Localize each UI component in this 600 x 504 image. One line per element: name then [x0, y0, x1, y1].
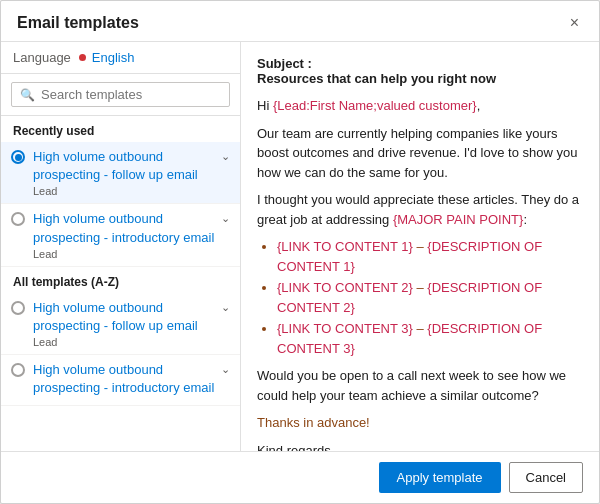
template-name-3: High volume outbound prospecting - follo… — [33, 299, 221, 335]
email-body: Hi {Lead:First Name;valued customer}, Ou… — [257, 96, 583, 451]
template-type-3: Lead — [33, 336, 221, 348]
subject-label: Subject : — [257, 56, 312, 71]
subject-value: Resources that can help you right now — [257, 71, 496, 86]
token-pain-point: {MAJOR PAIN POINT} — [393, 212, 524, 227]
language-row: Language English — [1, 42, 240, 74]
email-templates-modal: Email templates × Language English 🔍 R — [0, 0, 600, 504]
apply-template-button[interactable]: Apply template — [379, 462, 501, 493]
radio-empty-3 — [11, 301, 25, 315]
close-button[interactable]: × — [566, 13, 583, 33]
modal-body: Language English 🔍 Recently used — [1, 42, 599, 451]
email-link-3: {LINK TO CONTENT 3} – {DESCRIPTION OF CO… — [277, 319, 583, 358]
template-info-3: High volume outbound prospecting - follo… — [33, 299, 221, 348]
search-input[interactable] — [41, 87, 221, 102]
template-list: Recently used High volume outbound prosp… — [1, 116, 240, 451]
chevron-icon-1: ⌄ — [221, 150, 230, 163]
recently-used-item-1[interactable]: High volume outbound prospecting - follo… — [1, 142, 240, 204]
radio-selected-1 — [11, 150, 25, 164]
radio-empty-2 — [11, 212, 25, 226]
search-icon: 🔍 — [20, 88, 35, 102]
language-value[interactable]: English — [92, 50, 135, 65]
template-name-1: High volume outbound prospecting - follo… — [33, 148, 221, 184]
template-type-2: Lead — [33, 248, 221, 260]
subject-line: Subject : Resources that can help you ri… — [257, 56, 583, 86]
template-type-1: Lead — [33, 185, 221, 197]
search-row: 🔍 — [1, 74, 240, 116]
email-para3: Would you be open to a call next week to… — [257, 366, 583, 405]
modal-title: Email templates — [17, 14, 139, 32]
recently-used-header: Recently used — [1, 116, 240, 142]
recently-used-item-2[interactable]: High volume outbound prospecting - intro… — [1, 204, 240, 266]
chevron-icon-3: ⌄ — [221, 301, 230, 314]
language-required-dot — [79, 54, 86, 61]
email-thanks: Thanks in advance! — [257, 413, 583, 433]
template-info-1: High volume outbound prospecting - follo… — [33, 148, 221, 197]
email-link-1: {LINK TO CONTENT 1} – {DESCRIPTION OF CO… — [277, 237, 583, 276]
email-para2: I thought you would appreciate these art… — [257, 190, 583, 229]
email-links-list: {LINK TO CONTENT 1} – {DESCRIPTION OF CO… — [277, 237, 583, 358]
radio-empty-4 — [11, 363, 25, 377]
email-closing: Kind regards, {!User:Full Name;Thanks} — [257, 441, 583, 452]
right-panel: Subject : Resources that can help you ri… — [241, 42, 599, 451]
modal-header: Email templates × — [1, 1, 599, 42]
language-label: Language — [13, 50, 71, 65]
chevron-icon-4: ⌄ — [221, 363, 230, 376]
chevron-icon-2: ⌄ — [221, 212, 230, 225]
left-panel: Language English 🔍 Recently used — [1, 42, 241, 451]
modal-footer: Apply template Cancel — [1, 451, 599, 503]
all-templates-item-2[interactable]: High volume outbound prospecting - intro… — [1, 355, 240, 405]
template-info-2: High volume outbound prospecting - intro… — [33, 210, 221, 259]
all-templates-header: All templates (A-Z) — [1, 267, 240, 293]
search-box: 🔍 — [11, 82, 230, 107]
email-para1: Our team are currently helping companies… — [257, 124, 583, 183]
email-greeting: Hi {Lead:First Name;valued customer}, — [257, 96, 583, 116]
template-info-4: High volume outbound prospecting - intro… — [33, 361, 221, 398]
template-name-4: High volume outbound prospecting - intro… — [33, 361, 221, 397]
cancel-button[interactable]: Cancel — [509, 462, 583, 493]
email-link-2: {LINK TO CONTENT 2} – {DESCRIPTION OF CO… — [277, 278, 583, 317]
template-name-2: High volume outbound prospecting - intro… — [33, 210, 221, 246]
all-templates-item-1[interactable]: High volume outbound prospecting - follo… — [1, 293, 240, 355]
token-first-name: {Lead:First Name;valued customer} — [273, 98, 477, 113]
